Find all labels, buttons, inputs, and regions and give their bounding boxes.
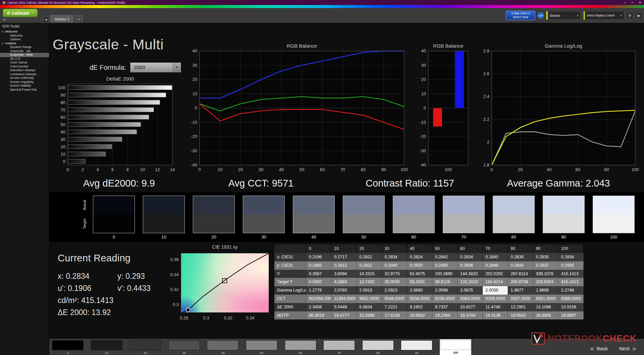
table-cell: 5.0449 bbox=[331, 303, 357, 311]
minimize-button[interactable]: ─ bbox=[624, 1, 626, 4]
row-label: CCT bbox=[274, 295, 306, 303]
chevron-down-icon: ▼ bbox=[620, 14, 624, 17]
display-control-dropdown[interactable]: Direct Display Control ▼ bbox=[583, 11, 624, 20]
sidebar-item-spectral-power-dist[interactable]: Spectral Power Dist. bbox=[0, 88, 49, 92]
sidebar-item-colorchecker[interactable]: ColorChecker bbox=[0, 65, 49, 69]
sidebar-item-options[interactable]: Options bbox=[0, 38, 49, 42]
table-row: x: CIE310.21960.27170.28220.28340.28240.… bbox=[274, 253, 584, 261]
svg-text:20: 20 bbox=[61, 144, 65, 149]
svg-text:2.2: 2.2 bbox=[483, 117, 489, 122]
source-dropdown[interactable]: Source ▼ bbox=[546, 11, 581, 20]
tab-history-1[interactable]: History 1 bbox=[50, 15, 73, 23]
patch-color bbox=[440, 340, 471, 350]
contrast-ratio-summary: Contrast Ratio: 1157 bbox=[346, 178, 474, 189]
level-patch-70[interactable]: 70 bbox=[323, 340, 355, 355]
sidebar-item-saturation-sweeps[interactable]: Saturation Sweeps bbox=[0, 68, 49, 72]
collapse-sidebar-button[interactable]: ◀ bbox=[43, 17, 48, 22]
svg-text:40: 40 bbox=[279, 167, 284, 172]
level-patch-30[interactable]: 30 bbox=[168, 340, 200, 355]
swatch-target bbox=[243, 214, 284, 233]
chevron-down-icon: ▼ bbox=[577, 14, 581, 17]
back-button[interactable]: « Back bbox=[590, 345, 608, 352]
level-patch-10[interactable]: 10 bbox=[91, 340, 122, 355]
sidebar-item-screen-uniformity[interactable]: Screen Uniformity bbox=[0, 76, 49, 80]
add-tab-button[interactable]: + bbox=[75, 15, 83, 23]
table-row: Target Y0.00004.288313.743230.003055.159… bbox=[274, 278, 584, 286]
current-reading-values: x: 0.2834y: 0.293u': 0.1906v': 0.4433cd/… bbox=[58, 272, 170, 320]
sidebar-item-welcome[interactable]: Welcome bbox=[0, 34, 49, 38]
calman-logo-button[interactable]: ✿ calman ▼ bbox=[3, 9, 38, 17]
svg-text:-40: -40 bbox=[191, 162, 197, 167]
expander-icon[interactable]: ⊟ bbox=[1, 30, 4, 34]
next-button[interactable]: Next » bbox=[619, 345, 636, 352]
grayscale-swatch-90: 90 bbox=[543, 196, 585, 240]
sidebar-item-welcome[interactable]: ⊟Welcome bbox=[0, 30, 49, 34]
sidebar-item-screen-angularity[interactable]: Screen Angularity bbox=[0, 80, 49, 84]
table-cell: 0.2822 bbox=[357, 253, 382, 261]
svg-text:20: 20 bbox=[238, 167, 243, 172]
row-label: y: CIE31 bbox=[274, 261, 306, 270]
sidebar-title: SDR Toolkit bbox=[0, 23, 49, 30]
swatch-actual bbox=[393, 196, 434, 214]
settings-gear-button[interactable]: ⚙ bbox=[627, 12, 633, 19]
table-header-cell: 0 bbox=[306, 244, 331, 253]
patch-label: 20 bbox=[129, 351, 161, 355]
svg-text:6: 6 bbox=[111, 167, 114, 172]
table-cell: 0.3587 bbox=[306, 270, 331, 278]
swatch-target bbox=[493, 214, 534, 233]
svg-text:100: 100 bbox=[632, 167, 639, 172]
level-patch-20[interactable]: 20 bbox=[129, 340, 161, 355]
close-button[interactable]: ✕ bbox=[639, 1, 641, 4]
svg-text:20: 20 bbox=[518, 167, 523, 172]
table-header-cell: 10 bbox=[331, 244, 357, 253]
table-cell: 9259.0000 bbox=[483, 295, 508, 303]
svg-text:DeltaE 2000: DeltaE 2000 bbox=[106, 76, 134, 82]
patch-label: 80 bbox=[362, 351, 394, 355]
forward-button[interactable]: ▶ bbox=[636, 12, 642, 19]
sidebar-item-analysis[interactable]: ⊟Analysis bbox=[0, 42, 49, 46]
svg-text:0: 0 bbox=[424, 105, 426, 110]
meter-button[interactable]: X-Rite i1Pro 2 Direct View bbox=[506, 11, 535, 20]
level-patch-0[interactable]: 0 bbox=[52, 340, 84, 355]
level-patch-40[interactable]: 40 bbox=[207, 340, 238, 355]
table-cell: 9.7337 bbox=[432, 303, 458, 311]
table-cell: 14.3315 bbox=[357, 270, 382, 278]
row-label: dEITP bbox=[274, 311, 306, 320]
sidebar-item-screen-stability[interactable]: Screen Stability bbox=[0, 84, 49, 88]
table-cell: 0.2922 bbox=[357, 261, 382, 270]
swatch-label: 20 bbox=[193, 235, 235, 240]
svg-text:80: 80 bbox=[61, 100, 65, 105]
level-patch-100[interactable]: 100 bbox=[440, 339, 471, 355]
swatch-actual bbox=[443, 196, 484, 214]
panel-icon[interactable]: ⊙ bbox=[2, 17, 7, 22]
svg-text:2: 2 bbox=[82, 167, 84, 172]
sidebar-item-grayscale-multi[interactable]: Grayscale - Multi bbox=[0, 53, 49, 57]
table-row: ΔE 20002.34085.04495.88347.22219.19029.7… bbox=[274, 303, 584, 311]
swatch-label: 80 bbox=[493, 235, 535, 240]
svg-text:10: 10 bbox=[61, 152, 65, 157]
header-bar: ✿ calman ▼ ⊙ ◀ History 1 + X-Rite i1Pro … bbox=[0, 8, 644, 23]
sidebar-item-3d-lut[interactable]: 3D LUT bbox=[0, 57, 49, 61]
sidebar-item-dynamic-range[interactable]: Dynamic Range bbox=[0, 45, 49, 49]
maximize-button[interactable]: □ bbox=[632, 1, 633, 4]
sidebar-item-grayscale-2pt[interactable]: Grayscale - 2pt bbox=[0, 49, 49, 53]
sidebar-tree: ⊟WelcomeWelcomeOptions⊟AnalysisDynamic R… bbox=[0, 30, 49, 92]
svg-text:-40: -40 bbox=[420, 162, 426, 167]
meter-status-badge[interactable]: 230 bbox=[538, 12, 544, 18]
sidebar-item-color-gamut[interactable]: Color Gamut bbox=[0, 61, 49, 65]
level-patch-90[interactable]: 90 bbox=[401, 340, 432, 355]
sidebar-item-luminance-sweeps[interactable]: Luminance Sweeps bbox=[0, 72, 49, 77]
grayscale-swatch-100: 100 bbox=[593, 196, 635, 240]
level-patch-80[interactable]: 80 bbox=[362, 340, 394, 355]
table-cell: 5.8834 bbox=[357, 303, 382, 311]
table-cell: 2.2749 bbox=[558, 286, 584, 295]
table-cell: 0.2824 bbox=[407, 253, 432, 261]
table-cell: 0.2834 bbox=[382, 253, 407, 261]
de-formula-dropdown[interactable]: 2000 ▼ bbox=[130, 62, 181, 72]
svg-text:30: 30 bbox=[193, 63, 197, 68]
svg-text:40: 40 bbox=[421, 48, 426, 53]
expander-icon[interactable]: ⊟ bbox=[1, 42, 4, 46]
table-header-cell: 40 bbox=[407, 244, 432, 253]
level-patch-50[interactable]: 50 bbox=[246, 340, 277, 355]
level-patch-60[interactable]: 60 bbox=[285, 340, 316, 355]
